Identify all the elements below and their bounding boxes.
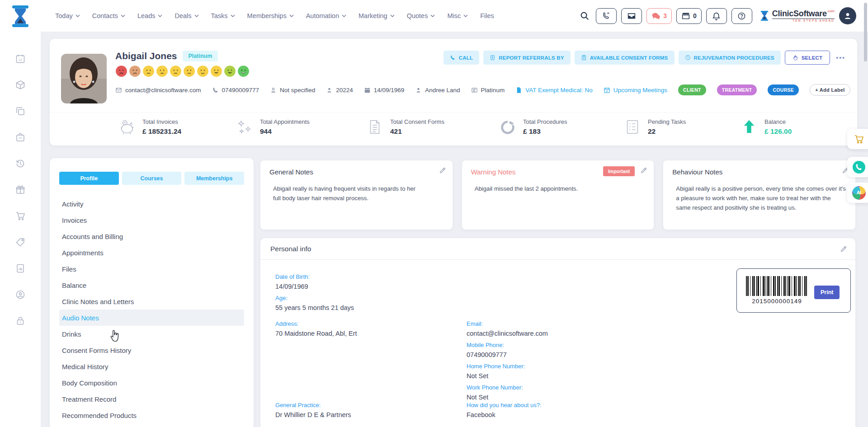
select-button[interactable]: SELECT	[785, 51, 830, 65]
upcoming-meetings-link[interactable]: Upcoming Meetings	[604, 87, 667, 94]
edit-pencil-icon[interactable]	[840, 245, 847, 253]
label-course[interactable]: COURSE	[768, 84, 799, 95]
copy-icon[interactable]	[15, 106, 26, 117]
nav-today[interactable]: Today	[55, 12, 80, 19]
contact-card-icon[interactable]	[15, 289, 26, 300]
nav-tasks[interactable]: Tasks	[211, 12, 235, 19]
label-client[interactable]: CLIENT	[678, 84, 706, 95]
nav-automation[interactable]: Automation	[306, 12, 346, 19]
clinicsoftware-hourglass-logo[interactable]	[9, 5, 31, 28]
menu-item-balance[interactable]: Balance	[59, 277, 244, 293]
stat-total-consent-forms: Total Consent Forms421	[366, 118, 444, 136]
mood-emoji-angry[interactable]	[115, 65, 127, 77]
notifications-button[interactable]	[706, 8, 727, 24]
edit-pencil-icon[interactable]	[640, 167, 647, 174]
menu-item-medical-history[interactable]: Medical History	[59, 358, 244, 375]
rejuvenation-button[interactable]: REJUVENATION PROCEDURES	[679, 51, 781, 65]
mood-emoji-grin[interactable]	[210, 65, 222, 77]
inbox-button[interactable]	[621, 8, 642, 24]
mood-emoji-slight-smile[interactable]	[197, 65, 209, 77]
menu-item-consent-forms-history[interactable]: Consent Forms History	[59, 342, 244, 358]
mood-emoji-sad[interactable]	[142, 65, 155, 77]
vat-text: VAT Exempt Medical: No	[525, 87, 593, 94]
menu-item-treatment-record[interactable]: Treatment Record	[59, 391, 244, 407]
tag-icon[interactable]	[15, 237, 26, 248]
patient-photo[interactable]	[61, 54, 107, 103]
report-referrals-button[interactable]: REPORT REFERRALS BY	[483, 51, 570, 65]
mood-emoji-happy[interactable]	[224, 65, 236, 77]
mood-emoji-very-happy[interactable]	[237, 65, 250, 77]
bag-icon[interactable]	[15, 132, 26, 143]
floating-call-button[interactable]	[847, 157, 868, 177]
cart-icon[interactable]	[15, 211, 26, 221]
print-barcode-button[interactable]: Print	[814, 286, 840, 299]
nav-memberships[interactable]: Memberships	[247, 12, 294, 19]
menu-item-activity[interactable]: Activity	[59, 196, 244, 212]
nav-label: Marketing	[359, 12, 387, 19]
consent-forms-button[interactable]: AVAILABLE CONSENT FORMS	[575, 51, 675, 65]
floating-cart-button[interactable]	[847, 129, 868, 149]
personal-info-card: Personal info Date of Birth: 14/09/1969 …	[260, 238, 855, 427]
calendar-icon[interactable]: 12	[15, 53, 26, 64]
label-treatment[interactable]: TREATMENT	[717, 84, 757, 95]
mood-emoji-neutral[interactable]	[183, 65, 195, 77]
nav-quotes[interactable]: Quotes	[407, 12, 435, 19]
vat-exempt-link[interactable]: VAT Exempt Medical: No	[515, 87, 593, 94]
arrow-up-icon	[741, 118, 758, 136]
tab-profile[interactable]: Profile	[59, 172, 119, 185]
patient-email[interactable]: contact@clinicsoftware.com	[115, 87, 201, 94]
nav-misc[interactable]: Misc	[447, 12, 468, 19]
menu-item-invoices[interactable]: Invoices	[59, 212, 244, 228]
menu-item-appointments[interactable]: Appointments	[59, 244, 244, 261]
hourglass-icon	[760, 10, 769, 22]
mood-emoji-meh[interactable]	[156, 65, 168, 77]
user-avatar[interactable]	[839, 7, 856, 24]
nav-marketing[interactable]: Marketing	[359, 12, 395, 19]
floating-ai-button[interactable]: AI	[847, 183, 868, 203]
mobile-label: Mobile Phone:	[467, 342, 548, 348]
nav-contacts[interactable]: Contacts	[92, 12, 125, 19]
menu-item-drinks[interactable]: Drinks	[59, 326, 244, 342]
search-icon[interactable]	[578, 9, 591, 23]
menu-item-audio-notes[interactable]: Audio Notes	[59, 310, 244, 326]
stat-value: 421	[390, 127, 444, 136]
help-button[interactable]	[731, 8, 752, 24]
mobile-value: 07490009777	[467, 351, 548, 358]
page-scrollbar[interactable]	[864, 3, 867, 61]
patient-header-card: Abigail Jones Platinum contact@clinicsof…	[50, 39, 857, 145]
mood-emoji-meh[interactable]	[170, 65, 182, 77]
nav-files[interactable]: Files	[480, 12, 494, 19]
nav-label: Files	[480, 12, 494, 19]
patient-phone[interactable]: 07490009777	[212, 87, 259, 94]
nav-deals[interactable]: Deals	[175, 12, 198, 19]
tab-courses[interactable]: Courses	[122, 172, 182, 185]
package-icon[interactable]	[15, 80, 26, 90]
add-label-button[interactable]: + Add Label	[810, 84, 850, 96]
chat-button[interactable]: 3	[646, 8, 672, 24]
chevron-down-icon	[289, 14, 294, 17]
report-doc-icon	[490, 55, 495, 61]
menu-item-clinic-notes[interactable]: Clinic Notes and Letters	[59, 293, 244, 310]
tab-memberships[interactable]: Memberships	[184, 172, 244, 185]
membership-level: Platinum	[471, 87, 505, 94]
phone-call-button[interactable]	[596, 8, 617, 24]
gift-icon[interactable]	[15, 184, 26, 195]
call-button[interactable]: CALL	[443, 51, 479, 65]
report-icon[interactable]	[15, 263, 26, 274]
personal-info-title: Personal info	[270, 245, 311, 253]
lock-icon[interactable]	[15, 315, 26, 326]
clinicsoftware-logo[interactable]: ClinicSoftware.com TEN STEPS AHEAD	[760, 9, 835, 23]
gp-group: General Practice: Dr Whillier D E & Part…	[275, 397, 351, 418]
edit-pencil-icon[interactable]	[439, 167, 446, 174]
menu-item-accounts-billing[interactable]: Accounts and Billing	[59, 228, 244, 244]
more-actions-button[interactable]: •••	[836, 54, 845, 61]
mood-emoji-upset[interactable]	[129, 65, 141, 77]
menu-item-recommended-products[interactable]: Recommended Products	[59, 407, 244, 423]
menu-item-body-composition[interactable]: Body Composition	[59, 375, 244, 391]
general-notes-title: General Notes	[269, 168, 443, 176]
store-button[interactable]: 0	[676, 8, 702, 24]
history-icon[interactable]	[15, 158, 26, 169]
menu-item-files[interactable]: Files	[59, 261, 244, 277]
nav-leads[interactable]: Leads	[137, 12, 163, 19]
dob-label: Date of Birth:	[275, 273, 354, 280]
